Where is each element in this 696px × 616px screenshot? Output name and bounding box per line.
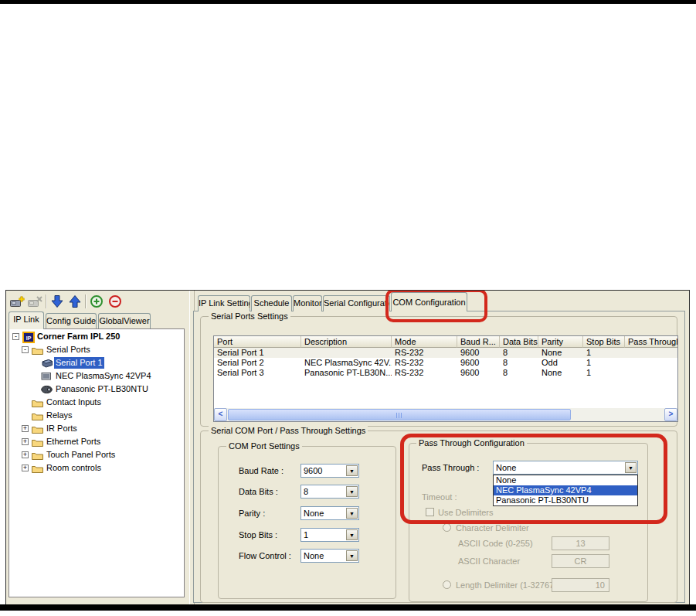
tree-item-serial-port-1[interactable]: Serial Port 1	[9, 357, 184, 369]
chevron-down-icon[interactable]: ▼	[346, 486, 358, 497]
serial-ports-table: Port Description Mode Baud R... Data Bit…	[213, 335, 678, 422]
device-tree[interactable]: - IP Corner Farm IPL 250 - Serial Ports	[8, 328, 185, 597]
tree-item-room-controls[interactable]: + Room controls	[9, 462, 184, 475]
horizontal-scrollbar[interactable]: < >	[214, 408, 677, 421]
pass-through-label: Pass Through :	[422, 463, 479, 473]
pass-through-select[interactable]: None ▼	[493, 461, 638, 475]
dropdown-option-nec[interactable]: NEC PlasmaSync 42VP4	[494, 485, 637, 495]
stop-bits-select[interactable]: 1 ▼	[300, 528, 359, 542]
app-window: IP Link Config Guide GlobalViewer - IP C…	[5, 290, 690, 604]
tab-globalviewer[interactable]: GlobalViewer	[98, 313, 151, 329]
tab-ip-link[interactable]: IP Link	[8, 311, 44, 329]
expand-expander-icon[interactable]: +	[22, 438, 29, 445]
group-title: Pass Through Configuration	[416, 438, 527, 448]
tree-item-panasonic-projector[interactable]: Panasonic PT-LB30NTU	[9, 383, 184, 396]
stop-bits-value: 1	[304, 529, 308, 540]
chevron-down-icon[interactable]: ▼	[625, 462, 637, 473]
table-row[interactable]: Serial Port 1 RS-232 9600 8 None 1	[214, 348, 677, 358]
page-bottom-rule	[0, 604, 696, 611]
dropdown-option-none[interactable]: None	[494, 475, 637, 485]
tree-item-label[interactable]: Touch Panel Ports	[45, 449, 117, 461]
tree-item-label[interactable]: Room controls	[45, 462, 103, 474]
chevron-down-icon[interactable]: ▼	[346, 529, 358, 540]
tab-serial-configuration[interactable]: Serial Configuration	[323, 295, 390, 311]
expand-expander-icon[interactable]: +	[22, 465, 29, 471]
move-up-button[interactable]	[66, 294, 83, 309]
move-down-button[interactable]	[49, 294, 66, 309]
tree-item-serial-ports[interactable]: - Serial Ports	[9, 344, 184, 356]
tab-schedule[interactable]: Schedule	[251, 295, 292, 311]
column-header-stop-bits[interactable]: Stop Bits	[583, 336, 625, 348]
pass-through-value: None	[496, 462, 516, 473]
column-header-data-bits[interactable]: Data Bits	[500, 336, 538, 348]
tree-item-label[interactable]: Relays	[45, 410, 74, 421]
expand-expander-icon[interactable]: +	[22, 451, 29, 458]
tree-item-ethernet-ports[interactable]: + Ethernet Ports	[9, 436, 184, 448]
stop-bits-label: Stop Bits :	[239, 530, 277, 540]
expand-expander-icon[interactable]: +	[22, 425, 29, 432]
table-cell: 9600	[457, 358, 500, 368]
tree-item-contact-inputs[interactable]: Contact Inputs	[9, 396, 184, 409]
table-cell: 8	[500, 358, 538, 368]
tree-item-label[interactable]: IR Ports	[45, 423, 79, 434]
tree-item-ir-ports[interactable]: + IR Ports	[9, 423, 184, 435]
group-title: Serial COM Port / Pass Through Settings	[209, 426, 368, 435]
scroll-right-icon[interactable]: >	[664, 408, 677, 421]
column-header-pass-through[interactable]: Pass Through	[625, 336, 677, 348]
tree-item-relays[interactable]: Relays	[9, 410, 184, 422]
tree-item-label[interactable]: Corner Farm IPL 250	[36, 331, 121, 342]
tree-item-label[interactable]: Ethernet Ports	[45, 436, 102, 448]
scroll-left-icon[interactable]: <	[214, 408, 227, 421]
chevron-down-icon[interactable]: ▼	[346, 550, 358, 561]
table-cell	[625, 348, 677, 358]
table-cell: NEC PlasmaSync 42V...	[301, 358, 392, 368]
tree-item-root[interactable]: - IP Corner Farm IPL 250	[9, 331, 184, 343]
tree-item-nec-display[interactable]: NEC PlasmaSync 42VP4	[9, 370, 184, 383]
folder-icon	[32, 438, 43, 448]
table-cell: 1	[583, 348, 625, 358]
tree-item-label[interactable]: Contact Inputs	[45, 396, 103, 408]
tab-monitor[interactable]: Monitor	[293, 295, 322, 311]
tree-item-label[interactable]: NEC PlasmaSync 42VP4	[54, 370, 153, 382]
table-cell	[625, 368, 677, 378]
scrollbar-thumb[interactable]	[228, 409, 571, 420]
flow-control-select[interactable]: None ▼	[300, 549, 359, 563]
column-header-baud[interactable]: Baud R...	[457, 336, 500, 348]
table-cell	[301, 348, 392, 358]
expand-all-button[interactable]	[88, 294, 105, 309]
chevron-down-icon[interactable]: ▼	[346, 508, 358, 519]
chevron-down-icon[interactable]: ▼	[346, 465, 358, 476]
column-header-port[interactable]: Port	[214, 336, 301, 348]
parity-select[interactable]: None ▼	[300, 506, 359, 520]
table-cell: Odd	[538, 358, 583, 368]
table-cell: Panasonic PT-LB30N...	[301, 368, 392, 378]
tree-item-label[interactable]: Serial Port 1	[54, 357, 104, 369]
column-header-description[interactable]: Description	[301, 336, 392, 348]
data-bits-select[interactable]: 8 ▼	[300, 485, 359, 499]
collapse-all-button[interactable]	[107, 294, 124, 309]
folder-icon	[32, 399, 43, 408]
table-row[interactable]: Serial Port 2 NEC PlasmaSync 42V... RS-2…	[214, 358, 677, 368]
tree-item-label[interactable]: Panasonic PT-LB30NTU	[54, 383, 150, 395]
table-cell: None	[538, 348, 583, 358]
table-cell: RS-232	[392, 358, 457, 368]
collapse-expander-icon[interactable]: -	[22, 346, 29, 353]
collapse-expander-icon[interactable]: -	[12, 333, 19, 340]
pass-through-dropdown-list[interactable]: None NEC PlasmaSync 42VP4 Panasonic PT-L…	[493, 475, 638, 506]
folder-icon	[32, 451, 43, 461]
tree-item-touch-panel-ports[interactable]: + Touch Panel Ports	[9, 449, 184, 461]
flow-control-label: Flow Control :	[239, 551, 291, 561]
tree-item-label[interactable]: Serial Ports	[45, 344, 92, 356]
baud-rate-select[interactable]: 9600 ▼	[300, 464, 359, 478]
table-cell: 1	[583, 368, 625, 378]
tab-config-guide[interactable]: Config Guide	[46, 313, 97, 329]
page-top-rule	[0, 0, 696, 4]
add-device-button[interactable]	[9, 294, 26, 309]
tab-ip-link-settings[interactable]: IP Link Settings	[198, 295, 250, 311]
tab-com-configuration[interactable]: COM Configuration	[391, 292, 467, 311]
table-row[interactable]: Serial Port 3 Panasonic PT-LB30N... RS-2…	[214, 368, 677, 378]
table-cell: Serial Port 2	[214, 358, 301, 368]
column-header-parity[interactable]: Parity	[538, 336, 583, 348]
dropdown-option-panasonic[interactable]: Panasonic PT-LB30NTU	[494, 495, 637, 505]
column-header-mode[interactable]: Mode	[392, 336, 457, 348]
